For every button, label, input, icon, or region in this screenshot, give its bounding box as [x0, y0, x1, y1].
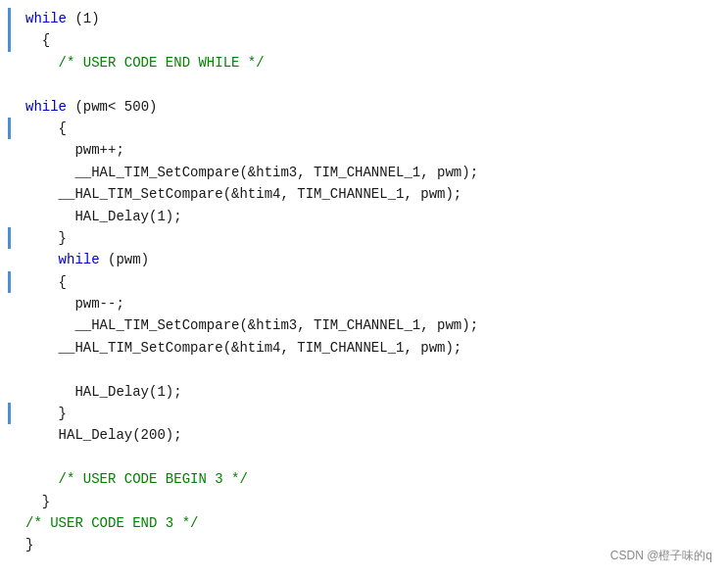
code-line — [8, 447, 712, 468]
line-text: __HAL_TIM_SetCompare(&htim3, TIM_CHANNEL… — [18, 314, 478, 336]
code-line: } — [8, 403, 712, 424]
code-line: { — [8, 29, 712, 51]
code-line: { — [8, 118, 712, 139]
code-line: /* USER CODE END 3 */ — [8, 512, 712, 534]
code-line: HAL_Delay(200); — [8, 424, 712, 446]
line-bar — [8, 118, 11, 139]
code-line: while (pwm< 500) — [8, 96, 712, 118]
code-line — [8, 359, 712, 380]
code-line: HAL_Delay(1); — [8, 381, 712, 403]
line-text: HAL_Delay(1); — [18, 381, 182, 403]
code-line: __HAL_TIM_SetCompare(&htim3, TIM_CHANNEL… — [8, 314, 712, 336]
line-text: pwm++; — [18, 139, 124, 161]
line-text: __HAL_TIM_SetCompare(&htim3, TIM_CHANNEL… — [18, 162, 478, 183]
code-container: while (1) { /* USER CODE END WHILE */ wh… — [0, 0, 728, 577]
line-text: /* USER CODE END WHILE */ — [18, 52, 265, 73]
code-line: __HAL_TIM_SetCompare(&htim4, TIM_CHANNEL… — [8, 337, 712, 359]
code-line: while (1) — [8, 8, 712, 29]
code-line: } — [8, 227, 712, 249]
code-line: __HAL_TIM_SetCompare(&htim4, TIM_CHANNEL… — [8, 183, 712, 205]
line-text — [18, 73, 33, 95]
code-line — [8, 73, 712, 95]
line-text: while (1) — [18, 8, 100, 29]
code-block: while (1) { /* USER CODE END WHILE */ wh… — [0, 8, 728, 556]
line-bar — [8, 403, 11, 424]
line-text — [18, 447, 33, 468]
code-line: } — [8, 491, 712, 512]
line-text: } — [18, 491, 50, 512]
code-line: { — [8, 271, 712, 293]
code-line: } — [8, 534, 712, 555]
code-line: pwm++; — [8, 139, 712, 161]
line-text: } — [18, 403, 67, 424]
line-text: /* USER CODE END 3 */ — [18, 512, 198, 534]
line-text: pwm--; — [18, 293, 124, 314]
line-text: __HAL_TIM_SetCompare(&htim4, TIM_CHANNEL… — [18, 337, 461, 359]
line-text: HAL_Delay(1); — [18, 206, 182, 227]
code-line: while (pwm) — [8, 249, 712, 270]
line-bar — [8, 271, 11, 293]
line-text: { — [18, 271, 67, 293]
code-line: /* USER CODE END WHILE */ — [8, 52, 712, 73]
line-text: HAL_Delay(200); — [18, 424, 182, 446]
line-bar — [8, 29, 11, 51]
code-line: __HAL_TIM_SetCompare(&htim3, TIM_CHANNEL… — [8, 162, 712, 183]
line-text: } — [18, 534, 33, 555]
line-text: /* USER CODE BEGIN 3 */ — [18, 468, 248, 490]
line-text — [18, 359, 33, 380]
line-text: { — [18, 118, 67, 139]
line-bar — [8, 8, 11, 29]
line-text: __HAL_TIM_SetCompare(&htim4, TIM_CHANNEL… — [18, 183, 461, 205]
line-text: while (pwm) — [18, 249, 149, 270]
code-line: /* USER CODE BEGIN 3 */ — [8, 468, 712, 490]
watermark: CSDN @橙子味的q — [610, 547, 712, 565]
line-text: while (pwm< 500) — [18, 96, 157, 118]
line-text: } — [18, 227, 67, 249]
line-bar — [8, 227, 11, 249]
line-text: { — [18, 29, 50, 51]
code-line: pwm--; — [8, 293, 712, 314]
code-line: HAL_Delay(1); — [8, 206, 712, 227]
